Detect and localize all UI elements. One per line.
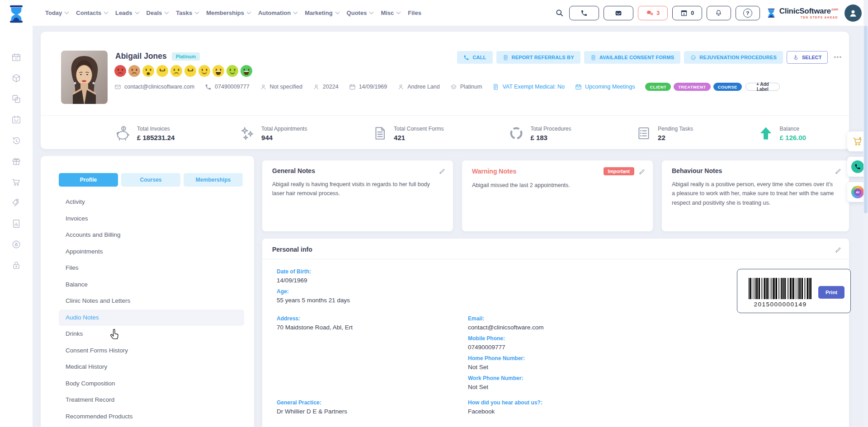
nav-item[interactable]: Quotes: [347, 9, 373, 16]
section-divider: [262, 259, 849, 259]
profile-menu-item[interactable]: Files: [59, 260, 244, 277]
panel-tab[interactable]: Profile: [59, 173, 118, 187]
profile-menu-item[interactable]: Body Composition: [59, 375, 244, 392]
nav-item[interactable]: Contacts: [76, 9, 108, 16]
personal-info-card: Personal info Date of Birth: 14/09/1969 …: [262, 239, 849, 427]
profile-menu-item[interactable]: Invoices: [59, 211, 244, 227]
dialer-button[interactable]: [569, 6, 599, 20]
nav-item-label: Automation: [258, 9, 291, 16]
mood-emoji-icon[interactable]: [156, 65, 168, 77]
client-actions: CALL REPORT REFERRALS BY AVAILABLE CONSE…: [457, 51, 842, 64]
nav-item-label: Contacts: [76, 9, 101, 16]
mood-emoji-icon[interactable]: [226, 65, 238, 77]
mood-emoji-icon[interactable]: [184, 65, 196, 77]
mood-emoji-icon[interactable]: [212, 65, 224, 77]
tier-badge: Platinum: [172, 52, 200, 61]
profile-menu-item[interactable]: Balance: [59, 277, 244, 293]
add-label-button[interactable]: + Add Label: [745, 83, 780, 91]
emoji-mouth: [174, 72, 179, 75]
calendar-icon[interactable]: 12: [11, 52, 21, 62]
nav-item[interactable]: Today: [45, 9, 68, 16]
profile-menu-item[interactable]: Recommended Products: [59, 408, 244, 425]
profile-menu-item[interactable]: Drinks: [59, 326, 244, 343]
inbox-button[interactable]: [604, 6, 633, 20]
user-avatar[interactable]: [844, 5, 862, 22]
price-tag-icon[interactable]: [11, 198, 21, 208]
notifications-button[interactable]: [707, 6, 731, 20]
edit-pencil-icon[interactable]: [835, 246, 842, 253]
client-photo[interactable]: [61, 51, 108, 104]
stat-total-invoices: Total Invoices£ 185231.24: [115, 126, 175, 141]
mood-emoji-icon[interactable]: [170, 65, 182, 77]
nav-item[interactable]: Leads: [115, 9, 139, 16]
edit-pencil-icon[interactable]: [439, 168, 446, 174]
email-value: contact@clinicsoftware.com: [124, 84, 194, 90]
phone-icon: [463, 55, 469, 61]
scrollbar-thumb[interactable]: [864, 26, 868, 213]
report-referrals-button[interactable]: REPORT REFERRALS BY: [496, 51, 580, 64]
field-value: 70 Maidstone Road, Abl, Ert: [277, 324, 353, 331]
call-button[interactable]: CALL: [457, 51, 492, 64]
emoji-mouth: [244, 71, 249, 75]
stats-row: Total Invoices£ 185231.24 Total Appointm…: [115, 120, 806, 147]
profile-menu-item[interactable]: Consent Forms History: [59, 343, 244, 359]
person-icon: [260, 84, 267, 90]
chevron-down-icon: [165, 10, 169, 14]
stat-pending-tasks: Pending Tasks22: [636, 126, 693, 141]
mood-emoji-icon[interactable]: [114, 65, 126, 77]
mood-emoji-icon[interactable]: [142, 65, 154, 77]
nav-item[interactable]: Marketing: [305, 9, 339, 16]
mood-emoji-icon[interactable]: [241, 65, 252, 77]
profile-menu-item[interactable]: Audio Notes: [59, 310, 244, 326]
mood-emoji-icon[interactable]: [128, 65, 140, 77]
profile-menu-item[interactable]: Treatment Record: [59, 392, 244, 408]
edit-pencil-icon[interactable]: [639, 168, 646, 175]
nav-item[interactable]: Memberships: [206, 9, 250, 16]
gift-icon[interactable]: [11, 156, 21, 166]
edit-pencil-icon[interactable]: [835, 168, 842, 174]
report-icon[interactable]: [11, 219, 21, 229]
phone-icon: [205, 84, 212, 90]
profile-menu-item[interactable]: Medical History: [59, 359, 244, 375]
barcode-number: 2015000000149: [742, 301, 819, 308]
profile-menu-item[interactable]: Accounts and Billing: [59, 227, 244, 244]
time-lock-icon[interactable]: [11, 239, 21, 249]
cart-icon[interactable]: [11, 177, 21, 187]
search-icon[interactable]: [555, 9, 564, 17]
nav-item[interactable]: Misc: [381, 9, 400, 16]
emoji-mouth: [202, 71, 207, 74]
history-icon[interactable]: [11, 136, 21, 145]
upcoming-meetings-link[interactable]: Upcoming Meetings: [575, 84, 635, 90]
panel-tab[interactable]: Memberships: [184, 173, 243, 187]
note-text: Abigail really is a positive person, eve…: [662, 174, 849, 207]
mood-emoji-icon[interactable]: [198, 65, 210, 77]
print-button[interactable]: Print: [818, 286, 844, 299]
store-button[interactable]: 0: [672, 6, 702, 20]
panel-tab[interactable]: Courses: [121, 173, 180, 187]
profile-menu-item[interactable]: Activity: [59, 194, 244, 211]
more-actions-button[interactable]: •••: [834, 54, 842, 61]
rejuvenation-button[interactable]: REJUVENATION PROCEDURES: [684, 51, 783, 64]
note-title: Warning Notes: [472, 168, 516, 175]
clinicsoftware-logo-icon[interactable]: [7, 4, 26, 24]
calendar-arc-icon[interactable]: [11, 115, 21, 125]
chat-button[interactable]: 3: [638, 6, 668, 20]
lock-icon[interactable]: [11, 260, 21, 270]
copy-icon[interactable]: [11, 94, 21, 104]
help-button[interactable]: ?: [736, 6, 760, 20]
consent-forms-button[interactable]: AVAILABLE CONSENT FORMS: [584, 51, 681, 64]
document-icon: [372, 126, 387, 141]
package-icon[interactable]: [11, 73, 21, 83]
label-pills: CLIENTTREATMENTCOURSE: [645, 83, 741, 91]
field-value: Not Set: [468, 364, 544, 371]
page-scrollbar[interactable]: [863, 0, 868, 427]
profile-menu-item[interactable]: Appointments: [59, 244, 244, 260]
nav-item[interactable]: Files: [408, 9, 421, 16]
nav-item[interactable]: Automation: [258, 9, 297, 16]
select-button[interactable]: SELECT: [787, 51, 828, 64]
vat-exempt-link[interactable]: VAT Exempt Medical: No: [492, 84, 565, 90]
profile-menu-item[interactable]: Clinic Notes and Letters: [59, 293, 244, 310]
nav-item[interactable]: Deals: [146, 9, 169, 16]
nav-item[interactable]: Tasks: [176, 9, 198, 16]
brand-logo[interactable]: ClinicSoftware.com TEN STEPS AHEAD: [766, 7, 838, 19]
